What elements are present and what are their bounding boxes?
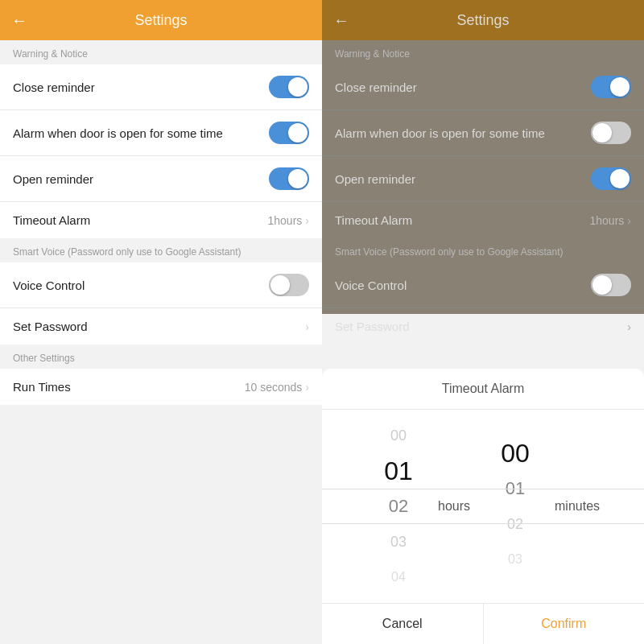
hours-item-02: 02 (362, 489, 435, 524)
right-close-reminder-item: Close reminder (322, 64, 644, 110)
hours-item-04: 04 (362, 559, 435, 595)
right-voice-section: Voice Control Set Password › (322, 262, 644, 345)
right-alarm-door-toggle[interactable] (591, 122, 631, 144)
left-close-reminder-label: Close reminder (13, 80, 95, 94)
left-timeout-alarm-item[interactable]: Timeout Alarm 1hours › (0, 202, 322, 238)
right-section-voice-label: Smart Voice (Password only use to Google… (322, 238, 644, 262)
hours-item-00: 00 (362, 418, 435, 453)
left-panel: ← Settings Warning & Notice Close remind… (0, 0, 322, 644)
right-dimmed-header: ← Settings (322, 0, 644, 40)
left-open-reminder-item: Open reminder (0, 156, 322, 202)
right-set-password-label: Set Password (335, 320, 410, 333)
bottom-sheet-buttons: Cancel Confirm (322, 603, 644, 644)
hours-picker-column[interactable]: 00 01 02 03 04 (362, 410, 435, 603)
hours-item-01-selected: 01 (362, 453, 435, 489)
left-set-password-chevron: › (305, 320, 309, 333)
left-voice-section: Voice Control Set Password › (0, 262, 322, 345)
left-section-warning-label: Warning & Notice (0, 40, 322, 64)
right-timeout-alarm-right: 1hours › (590, 214, 631, 227)
left-voice-control-item: Voice Control (0, 262, 322, 308)
left-run-times-value: 10 seconds (245, 381, 303, 394)
left-timeout-alarm-value: 1hours (268, 214, 303, 227)
left-close-reminder-item: Close reminder (0, 64, 322, 110)
picker-area: 00 01 02 03 04 hours 00 01 02 03 minutes (322, 410, 644, 603)
left-section-voice-label: Smart Voice (Password only use to Google… (0, 238, 322, 262)
left-section-other-label: Other Settings (0, 345, 322, 369)
left-open-reminder-toggle[interactable] (269, 167, 309, 190)
left-open-reminder-label: Open reminder (13, 172, 93, 186)
left-other-section: Run Times 10 seconds › (0, 369, 322, 405)
right-open-reminder-item: Open reminder (322, 156, 644, 202)
left-alarm-door-item: Alarm when door is open for some time (0, 110, 322, 156)
left-alarm-door-toggle[interactable] (269, 122, 309, 144)
minutes-item-00-selected: 00 (479, 436, 551, 471)
left-voice-control-toggle[interactable] (269, 274, 309, 296)
right-alarm-door-label: Alarm when door is open for some time (335, 126, 545, 140)
right-set-password-item: Set Password › (322, 308, 644, 345)
left-header-title: Settings (134, 12, 187, 29)
right-voice-control-toggle[interactable] (591, 274, 631, 296)
left-run-times-chevron: › (305, 381, 309, 394)
left-timeout-alarm-chevron: › (305, 214, 309, 227)
right-section-warning-label: Warning & Notice (322, 40, 644, 64)
right-voice-control-item: Voice Control (322, 262, 644, 308)
left-warning-section: Close reminder Alarm when door is open f… (0, 64, 322, 238)
right-close-reminder-label: Close reminder (335, 80, 417, 94)
left-voice-control-label: Voice Control (13, 279, 85, 292)
minutes-picker-column[interactable]: 00 01 02 03 (479, 410, 551, 603)
right-dimmed-overlay: ← Settings Warning & Notice Close remind… (322, 0, 644, 314)
right-set-password-chevron: › (627, 320, 631, 333)
bottom-sheet: Timeout Alarm 00 01 02 03 04 hours 00 01… (322, 369, 644, 644)
minutes-item-01: 01 (479, 471, 551, 506)
right-alarm-door-item: Alarm when door is open for some time (322, 110, 644, 156)
hours-item-03: 03 (362, 524, 435, 559)
right-header-title: Settings (456, 12, 509, 29)
left-alarm-door-label: Alarm when door is open for some time (13, 126, 223, 140)
left-close-reminder-toggle[interactable] (269, 76, 309, 98)
left-header: ← Settings (0, 0, 322, 40)
left-timeout-alarm-right: 1hours › (268, 214, 309, 227)
bottom-sheet-title: Timeout Alarm (322, 369, 644, 410)
right-voice-control-label: Voice Control (335, 279, 407, 292)
right-open-reminder-label: Open reminder (335, 172, 415, 186)
hours-label: hours (435, 489, 479, 524)
picker-columns: 00 01 02 03 04 hours 00 01 02 03 minutes (362, 410, 604, 603)
right-panel: ← Settings Warning & Notice Close remind… (322, 0, 644, 644)
left-run-times-item[interactable]: Run Times 10 seconds › (0, 369, 322, 405)
right-back-button[interactable]: ← (333, 11, 349, 30)
left-run-times-label: Run Times (13, 380, 71, 394)
left-timeout-alarm-label: Timeout Alarm (13, 213, 90, 227)
left-set-password-item[interactable]: Set Password › (0, 308, 322, 345)
right-warning-section: Close reminder Alarm when door is open f… (322, 64, 644, 238)
left-back-button[interactable]: ← (11, 11, 27, 30)
left-set-password-label: Set Password (13, 320, 88, 333)
minutes-item-02: 02 (479, 506, 551, 542)
right-timeout-alarm-item: Timeout Alarm 1hours › (322, 202, 644, 238)
confirm-button[interactable]: Confirm (484, 604, 645, 644)
right-timeout-alarm-label: Timeout Alarm (335, 213, 412, 227)
right-timeout-alarm-chevron: › (627, 214, 631, 227)
minutes-label: minutes (551, 489, 604, 524)
right-open-reminder-toggle[interactable] (591, 167, 631, 190)
cancel-button[interactable]: Cancel (322, 604, 484, 644)
minutes-item-03: 03 (479, 542, 551, 577)
left-run-times-right: 10 seconds › (245, 381, 309, 394)
right-timeout-alarm-value: 1hours (590, 214, 625, 227)
right-close-reminder-toggle[interactable] (591, 76, 631, 98)
